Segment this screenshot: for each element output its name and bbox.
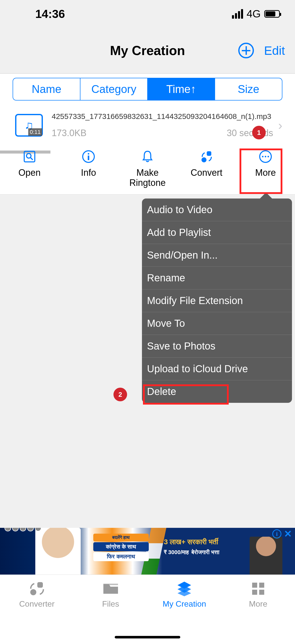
svg-rect-0 [24,151,35,162]
segment-category[interactable]: Category [80,78,148,100]
convert-button[interactable]: Convert [183,149,230,188]
ad-line-1: बदलेंगे हाथ [93,534,149,541]
ad-avatars [5,528,41,531]
ringtone-label: Make Ringtone [124,168,171,188]
page-title: My Creation [110,43,185,58]
grid-icon [249,581,267,596]
search-icon [22,149,37,164]
open-label: Open [18,168,41,178]
svg-rect-20 [252,590,257,595]
segment-size[interactable]: Size [215,78,282,100]
segment-time[interactable]: Time↑ [148,78,215,100]
menu-add-to-playlist[interactable]: Add to Playlist [142,221,292,244]
menu-audio-to-video[interactable]: Audio to Video [142,199,292,221]
ad-person-left [35,528,81,575]
svg-rect-14 [103,584,118,585]
ad-close-icon[interactable]: ✕ [283,529,292,538]
file-name-label: 42557335_177316659832631_114432509320416… [52,112,273,121]
chevron-right-icon: › [278,118,282,133]
menu-upload-icloud[interactable]: Upload to iCloud Drive [142,358,292,380]
svg-rect-12 [37,582,43,588]
ad-text-block-left: बदलेंगे हाथ कांग्रेस के साथ फिर कमलनाथ [93,533,149,562]
action-row: Open Info Make Ringtone Convert [0,146,295,194]
tab-more[interactable]: More [225,581,291,609]
menu-rename[interactable]: Rename [142,267,292,289]
make-ringtone-button[interactable]: Make Ringtone [124,149,171,188]
convert-icon [199,149,214,164]
menu-modify-extension[interactable]: Modify File Extension [142,289,292,312]
playback-position: 0:11 [28,128,42,136]
tab-bar: Converter Files My Creation More [0,575,295,644]
svg-rect-18 [252,583,257,588]
svg-point-4 [88,153,89,155]
tab-converter[interactable]: Converter [4,581,70,609]
svg-rect-19 [259,583,264,588]
svg-rect-5 [88,156,89,160]
file-duration-label: 30 seconds [227,128,273,138]
svg-point-10 [265,156,266,157]
more-label: More [255,168,276,178]
status-bar: 14:36 4G [0,0,295,28]
annotation-badge-2: 2 [113,388,127,401]
ad-line-3: फिर कमलनाथ [93,552,149,561]
battery-icon [264,10,280,18]
svg-point-9 [262,156,263,157]
more-button[interactable]: More [242,149,289,188]
folder-icon [102,581,120,596]
sort-segmented-control: Name Category Time↑ Size [13,78,282,101]
ad-text-block-right: 3 लाख+ सरकारी भर्ती ₹ 3000/माह बेरोजगारी… [164,538,219,556]
menu-save-to-photos[interactable]: Save to Photos [142,335,292,358]
bell-icon [140,149,155,164]
svg-point-11 [268,156,269,157]
info-label: Info [81,168,96,178]
layers-icon [175,581,193,596]
convert-label: Convert [191,168,222,178]
svg-rect-6 [207,151,211,156]
svg-point-7 [201,157,206,162]
svg-line-2 [31,158,33,160]
file-thumbnail: ♫ 0:11 [15,114,43,137]
nav-header: My Creation Edit [0,28,295,73]
ad-line-5: ₹ 3000/माह [164,549,189,555]
info-icon [81,149,96,164]
svg-point-1 [26,154,31,158]
tab-converter-label: Converter [19,599,55,609]
ad-controls: i ✕ [272,529,292,538]
ad-info-icon[interactable]: i [272,529,281,538]
tab-creation-label: My Creation [163,599,206,609]
ad-line-6: बेरोजगारी भत्ता [191,549,219,555]
status-time: 14:36 [35,7,65,21]
more-icon [258,149,273,164]
annotation-badge-1: 1 [252,126,266,139]
home-indicator [115,636,180,638]
ad-person-right [250,537,282,575]
edit-button[interactable]: Edit [264,44,285,58]
tab-files[interactable]: Files [78,581,143,609]
ad-line-2: कांग्रेस के साथ [93,542,149,551]
file-size-label: 173.0KB [52,128,86,138]
svg-point-13 [30,589,36,595]
ad-banner[interactable]: बदलेंगे हाथ कांग्रेस के साथ फिर कमलनाथ 3… [0,528,295,575]
menu-move-to[interactable]: Move To [142,312,292,335]
status-right: 4G [232,8,280,20]
svg-rect-21 [259,590,264,595]
file-item[interactable]: ♫ 0:11 42557335_177316659832631_11443250… [0,105,295,146]
segment-name[interactable]: Name [13,78,80,100]
ad-line-4: 3 लाख+ सरकारी भर्ती [164,538,218,546]
signal-icon [232,9,243,19]
info-button[interactable]: Info [65,149,112,188]
tab-more-label: More [249,599,267,609]
network-label: 4G [247,8,261,20]
more-menu-popover: Audio to Video Add to Playlist Send/Open… [142,199,292,403]
add-button[interactable] [238,43,254,58]
converter-icon [28,581,46,596]
svg-marker-17 [178,590,191,596]
open-button[interactable]: Open [6,149,53,188]
tab-files-label: Files [102,599,119,609]
menu-send-open-in[interactable]: Send/Open In... [142,244,292,267]
tab-my-creation[interactable]: My Creation [152,581,217,609]
menu-delete[interactable]: Delete [142,380,292,403]
